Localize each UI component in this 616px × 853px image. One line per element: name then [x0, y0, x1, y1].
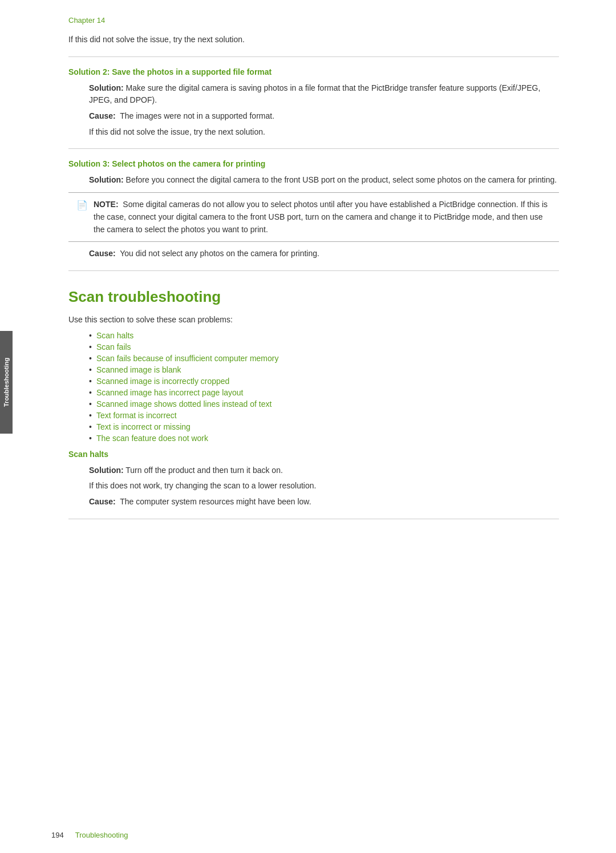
side-tab: Troubleshooting — [0, 331, 13, 434]
link-scanned-page-layout[interactable]: Scanned image has incorrect page layout — [96, 388, 244, 397]
solution2-followup: If this did not solve the issue, try the… — [89, 126, 559, 139]
solution3-heading: Solution 3: Select photos on the camera … — [68, 159, 559, 168]
chapter-label: Chapter 14 — [68, 16, 559, 25]
divider-3 — [68, 270, 559, 271]
link-scan-not-work[interactable]: The scan feature does not work — [96, 434, 208, 443]
scan-halts-cause-label: Cause: — [89, 497, 116, 506]
solution2-solution-text: Make sure the digital camera is saving p… — [89, 83, 540, 105]
solution3-solution-label: Solution: — [89, 175, 124, 184]
divider-1 — [68, 56, 559, 57]
solution3-cause-label: Cause: — [89, 249, 116, 258]
list-item-scanned-page-layout[interactable]: Scanned image has incorrect page layout — [89, 387, 559, 398]
intro-text: If this did not solve the issue, try the… — [68, 34, 559, 46]
scan-halts-solution: Solution: Turn off the product and then … — [89, 464, 559, 477]
note-box: 📄 NOTE: Some digital cameras do not allo… — [68, 192, 559, 242]
list-item-text-format[interactable]: Text format is incorrect — [89, 410, 559, 421]
link-scanned-blank[interactable]: Scanned image is blank — [96, 365, 181, 374]
list-item-text-incorrect[interactable]: Text is incorrect or missing — [89, 421, 559, 432]
solution2-body: Solution: Make sure the digital camera i… — [89, 82, 559, 107]
footer-page-number: 194 — [51, 831, 64, 839]
list-item-scanned-cropped[interactable]: Scanned image is incorrectly cropped — [89, 375, 559, 387]
note-icon: 📄 — [76, 200, 88, 236]
scan-halts-heading: Scan halts — [68, 450, 559, 459]
note-label: NOTE: — [94, 200, 119, 209]
solution3-cause: Cause: You did not select any photos on … — [89, 248, 559, 260]
link-text-format[interactable]: Text format is incorrect — [96, 411, 177, 420]
list-item-scan-fails[interactable]: Scan fails — [89, 341, 559, 353]
link-scan-fails[interactable]: Scan fails — [96, 342, 131, 351]
footer-label: Troubleshooting — [75, 831, 128, 839]
scan-halts-cause-text: The computer system resources might have… — [120, 497, 311, 506]
list-item-scan-halts[interactable]: Scan halts — [89, 330, 559, 341]
scan-troubleshooting-heading: Scan troubleshooting — [68, 288, 559, 306]
scan-halts-followup: If this does not work, try changing the … — [89, 480, 559, 492]
scan-links-list: Scan halts Scan fails Scan fails because… — [89, 330, 559, 444]
scan-intro: Use this section to solve these scan pro… — [68, 314, 559, 326]
list-item-scan-fails-memory[interactable]: Scan fails because of insufficient compu… — [89, 353, 559, 364]
solution2-heading: Solution 2: Save the photos in a support… — [68, 67, 559, 76]
solution3-cause-text: You did not select any photos on the cam… — [120, 249, 319, 258]
list-item-scanned-blank[interactable]: Scanned image is blank — [89, 364, 559, 375]
solution2-solution-label: Solution: — [89, 83, 124, 92]
note-content: NOTE: Some digital cameras do not allow … — [94, 199, 551, 236]
link-dotted-lines[interactable]: Scanned image shows dotted lines instead… — [96, 399, 271, 409]
link-scanned-cropped[interactable]: Scanned image is incorrectly cropped — [96, 377, 229, 386]
solution2-cause: Cause: The images were not in a supporte… — [89, 110, 559, 123]
list-item-dotted-lines[interactable]: Scanned image shows dotted lines instead… — [89, 398, 559, 410]
note-text: Some digital cameras do not allow you to… — [94, 200, 548, 233]
divider-bottom — [68, 519, 559, 519]
link-scan-halts[interactable]: Scan halts — [96, 331, 133, 340]
scan-halts-cause: Cause: The computer system resources mig… — [89, 496, 559, 508]
footer: 194 Troubleshooting — [51, 831, 593, 839]
link-scan-fails-memory[interactable]: Scan fails because of insufficient compu… — [96, 354, 279, 363]
link-text-incorrect[interactable]: Text is incorrect or missing — [96, 422, 191, 431]
divider-2 — [68, 148, 559, 149]
solution3-solution-text: Before you connect the digital camera to… — [126, 175, 557, 184]
solution3-body: Solution: Before you connect the digital… — [89, 174, 559, 187]
solution2-cause-text: The images were not in a supported forma… — [120, 111, 274, 120]
solution2-cause-label: Cause: — [89, 111, 116, 120]
scan-halts-solution-text: Turn off the product and then turn it ba… — [125, 466, 283, 475]
list-item-scan-not-work[interactable]: The scan feature does not work — [89, 432, 559, 444]
scan-halts-solution-label: Solution: — [89, 466, 124, 475]
